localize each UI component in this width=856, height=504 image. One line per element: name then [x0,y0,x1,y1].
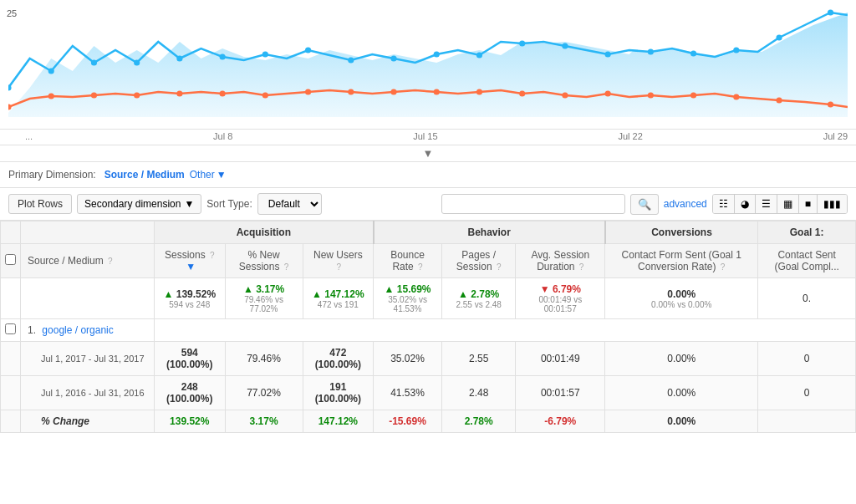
scroll-arrow[interactable]: ▼ [0,145,856,162]
date-label-0: ... [25,131,33,141]
sub2-conversion: 0.00% [605,376,758,410]
checkbox-header [1,221,21,244]
view-grid-button[interactable]: ☷ [713,195,735,213]
aggregate-new-users-value: ▲ 147.12% [310,288,367,300]
change-conversion: 0.00% [605,410,758,433]
aggregate-new-sessions-arrow: ▲ [243,283,253,295]
new-users-help-icon[interactable]: ? [337,262,342,272]
sub2-date-label: Jul 1, 2016 - Jul 31, 2016 [21,376,155,410]
aggregate-row: ▲ 139.52% 594 vs 248 ▲ 3.17% 79.46% vs 7… [1,278,856,319]
blue-dot [648,49,654,55]
contact-label: Contact Sent (Goal Compl... [774,249,838,272]
blue-dot [348,58,354,64]
blue-dot [776,35,782,41]
secondary-dim-button[interactable]: Secondary dimension ▼ [77,194,201,214]
sessions-sort-icon[interactable]: ▼ [186,261,196,272]
contact-header[interactable]: Contact Sent (Goal Compl... [758,244,856,278]
blue-dot [91,60,97,66]
bounce-rate-header[interactable]: Bounce Rate ? [374,244,442,278]
acquisition-group-header: Acquisition [155,221,374,244]
view-list-button[interactable]: ☰ [756,195,777,213]
sub2-checkbox-cell [1,376,21,410]
row1-number: 1. [28,324,39,336]
aggregate-duration-pct: 6.79% [553,283,581,295]
other-link[interactable]: Other ▼ [190,169,227,181]
select-all-checkbox[interactable] [5,254,16,265]
new-sessions-label: % New Sessions [239,249,280,272]
sort-type-select[interactable]: Default [257,193,322,215]
view-bar-button[interactable]: ▮▮▮ [818,195,847,213]
source-medium-label: Source / Medium [28,255,104,267]
sub1-pages: 2.55 [441,342,515,376]
blue-dot [390,56,396,62]
chart-svg [8,8,848,117]
search-input[interactable] [441,194,625,214]
new-sessions-help-icon[interactable]: ? [284,262,289,272]
conversion-help-icon[interactable]: ? [721,262,726,272]
chart-y-label: 25 [7,8,17,18]
plot-rows-button[interactable]: Plot Rows [8,194,72,214]
aggregate-bounce-pct: 15.69% [397,283,431,295]
pages-help-icon[interactable]: ? [497,262,502,272]
avg-duration-header[interactable]: Avg. Session Duration ? [516,244,605,278]
orange-dot [348,89,354,95]
view-compare-button[interactable]: ■ [799,195,818,213]
aggregate-pages-compare: 2.55 vs 2.48 [449,300,508,309]
other-chevron-icon: ▼ [217,169,227,181]
source-medium-help-icon[interactable]: ? [108,257,113,266]
aggregate-sessions-value: ▲ 139.52% [161,288,218,300]
sub1-checkbox-cell [1,342,21,376]
chart-area: 25 [0,0,856,130]
row1-change-row: % Change 139.52% 3.17% 147.12% -15.69% 2… [1,410,856,433]
orange-dot [390,89,396,95]
aggregate-new-sessions-value: ▲ 3.17% [232,283,296,295]
bounce-rate-help-icon[interactable]: ? [418,262,423,272]
orange-dot [134,93,140,99]
sessions-header[interactable]: Sessions ? ▼ [155,244,226,278]
sort-type-label: Sort Type: [206,198,252,210]
other-link-label[interactable]: Other [190,169,215,181]
aggregate-sessions-pct: 139.52% [176,288,216,300]
advanced-link[interactable]: advanced [664,198,707,210]
blue-dot [434,52,440,58]
sessions-label: Sessions [165,249,206,261]
blue-area [8,13,848,117]
pages-session-header[interactable]: Pages / Session ? [441,244,515,278]
aggregate-new-sessions-pct: 3.17% [256,283,284,295]
orange-dot [519,91,525,97]
row1-empty-cells [155,319,856,342]
row1-checkbox-cell[interactable] [1,319,21,342]
blue-dot [134,60,140,66]
sub1-bounce-rate: 35.02% [374,342,442,376]
aggregate-conversion-pct: 0.00% [667,288,696,300]
search-button[interactable]: 🔍 [630,194,659,215]
orange-dot [48,94,54,99]
source-header-spacer [21,221,155,244]
aggregate-sessions-compare: 594 vs 248 [161,300,218,309]
primary-dim-label: Primary Dimension: [8,169,96,181]
behavior-group-header: Behavior [374,221,605,244]
view-pie-button[interactable]: ◕ [735,195,756,213]
date-label-3: Jul 22 [618,131,642,141]
aggregate-new-users-cell: ▲ 147.12% 472 vs 191 [303,278,374,319]
aggregate-new-users-compare: 472 vs 191 [310,300,367,309]
primary-dim-value[interactable]: Source / Medium [104,169,185,181]
blue-dot [305,48,311,53]
conversion-header[interactable]: Contact Form Sent (Goal 1 Conversion Rat… [605,244,758,278]
view-filter-button[interactable]: ▦ [777,195,799,213]
aggregate-pages-value: ▲ 2.78% [449,288,508,300]
avg-duration-help-icon[interactable]: ? [579,262,584,272]
sub1-new-users: 472 (100.00%) [303,342,374,376]
conversions-group-header: Conversions [605,221,758,244]
sub2-sessions: 248 (100.00%) [155,376,226,410]
orange-dot [562,93,568,99]
source-medium-header[interactable]: Source / Medium ? [21,244,155,278]
main-table: Acquisition Behavior Conversions Goal 1:… [0,221,856,433]
orange-dot [91,93,97,99]
new-users-header[interactable]: New Users ? [303,244,374,278]
sessions-help-icon[interactable]: ? [210,251,215,260]
row1-checkbox[interactable] [5,323,16,334]
aggregate-bounce-compare: 35.02% vs 41.53% [380,295,435,313]
new-sessions-header[interactable]: % New Sessions ? [225,244,303,278]
row1-label[interactable]: google / organic [42,324,113,336]
